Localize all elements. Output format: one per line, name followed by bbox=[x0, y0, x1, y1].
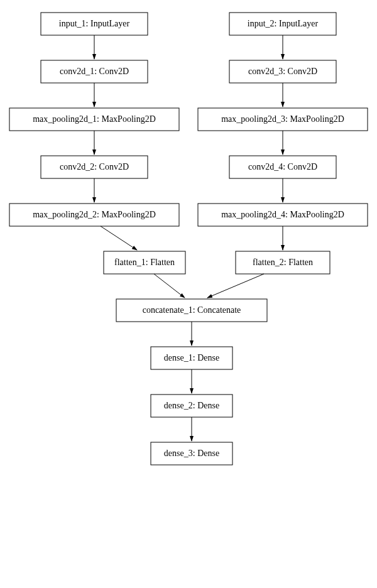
node-label: flatten_1: Flatten bbox=[114, 258, 175, 267]
node-label: conv2d_4: Conv2D bbox=[248, 162, 317, 172]
node-label: dense_1: Dense bbox=[164, 353, 219, 362]
node-label: max_pooling2d_4: MaxPooling2D bbox=[221, 210, 344, 219]
node-conv2d_3: conv2d_3: Conv2D bbox=[229, 60, 336, 83]
node-concatenate_1: concatenate_1: Concatenate bbox=[116, 299, 267, 322]
node-label: concatenate_1: Concatenate bbox=[143, 305, 241, 315]
node-label: conv2d_3: Conv2D bbox=[248, 67, 317, 76]
node-label: dense_2: Dense bbox=[164, 401, 219, 410]
node-dense_3: dense_3: Dense bbox=[151, 442, 232, 465]
node-label: flatten_2: Flatten bbox=[253, 258, 313, 267]
node-label: conv2d_2: Conv2D bbox=[60, 162, 129, 172]
node-label: max_pooling2d_1: MaxPooling2D bbox=[33, 114, 156, 124]
node-label: input_2: InputLayer bbox=[248, 19, 319, 28]
node-conv2d_4: conv2d_4: Conv2D bbox=[229, 156, 336, 178]
edge bbox=[154, 274, 185, 298]
node-max_pooling2d_3: max_pooling2d_3: MaxPooling2D bbox=[198, 108, 368, 131]
node-label: max_pooling2d_3: MaxPooling2D bbox=[221, 114, 344, 124]
node-max_pooling2d_2: max_pooling2d_2: MaxPooling2D bbox=[9, 204, 179, 226]
node-label: input_1: InputLayer bbox=[59, 19, 130, 28]
node-flatten_2: flatten_2: Flatten bbox=[236, 251, 330, 274]
model-architecture-diagram: input_1: InputLayer conv2d_1: Conv2D max… bbox=[0, 0, 377, 588]
node-label: dense_3: Dense bbox=[164, 449, 219, 458]
node-max_pooling2d_4: max_pooling2d_4: MaxPooling2D bbox=[198, 204, 368, 226]
node-label: conv2d_1: Conv2D bbox=[60, 67, 129, 76]
node-conv2d_1: conv2d_1: Conv2D bbox=[41, 60, 148, 83]
edge bbox=[207, 274, 264, 298]
node-max_pooling2d_1: max_pooling2d_1: MaxPooling2D bbox=[9, 108, 179, 131]
node-input_2: input_2: InputLayer bbox=[229, 13, 336, 35]
node-dense_1: dense_1: Dense bbox=[151, 347, 232, 369]
edge bbox=[101, 226, 137, 250]
node-dense_2: dense_2: Dense bbox=[151, 395, 232, 417]
node-label: max_pooling2d_2: MaxPooling2D bbox=[33, 210, 156, 219]
node-conv2d_2: conv2d_2: Conv2D bbox=[41, 156, 148, 178]
node-input_1: input_1: InputLayer bbox=[41, 13, 148, 35]
node-flatten_1: flatten_1: Flatten bbox=[104, 251, 185, 274]
